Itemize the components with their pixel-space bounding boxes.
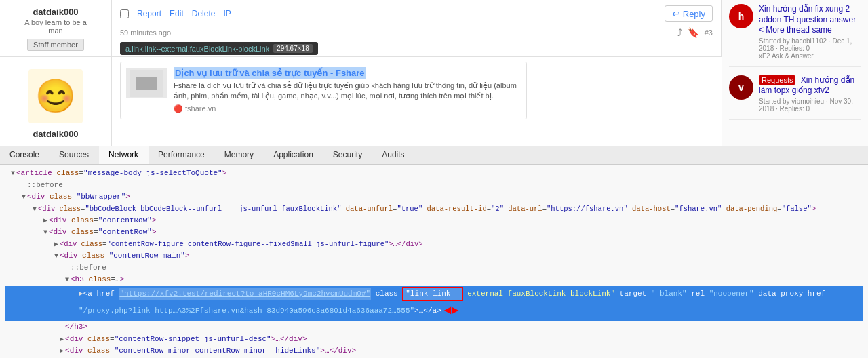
code-line-11: </h3> [5,321,863,334]
collapse-triangle-7[interactable]: ▼ [54,252,58,260]
requests-tag: Requests [759,75,795,85]
user-info-col: datdaik000 A boy learn to be a man Staff… [0,0,112,56]
tab-performance[interactable]: Performance [149,146,215,164]
code-line-5: ▶<div class="contentRow"> [5,215,863,227]
reply-button[interactable]: ↩ Reply [665,5,713,22]
collapse-triangle-11[interactable]: ▶ [60,347,64,355]
tab-network[interactable]: Network [99,146,149,164]
post-icon-bar: ⤴ 🔖 #3 [677,27,713,38]
sidebar-thread-meta-2: Started by vipmoihieu · Nov 30, 2018 · R… [759,98,861,113]
collapse-triangle-5[interactable]: ▼ [43,228,47,236]
user-info-col-2: 😊 datdaik000 [0,57,112,146]
post-content-area-2 [112,57,722,146]
code-line-2: ::before [5,180,863,192]
collapse-triangle-4[interactable]: ▶ [43,217,47,224]
sidebar-item-text-1: Xin hướng dẫn fix xung 2 addon TH questi… [759,4,861,60]
code-line-12: ▶<div class="contentRow-snippet js-unfur… [5,334,863,346]
devtools-html-inspector: ▼<article class="message-body js-selectT… [0,165,868,358]
edit-link[interactable]: Edit [170,9,184,18]
user-avatar-emoji: 😊 [28,69,83,123]
code-line-3: ▼<div class="bbWrapper"> [5,191,863,203]
username-2[interactable]: datdaik000 [33,129,78,139]
collapse-triangle[interactable]: ▼ [11,170,15,177]
ip-link[interactable]: IP [223,9,231,18]
tab-application[interactable]: Application [264,146,323,164]
post-meta: 59 minutes ago ⤴ 🔖 #3 [120,27,713,38]
tooltip-content: a.link.link--external.fauxBlockLink-bloc… [120,42,318,55]
user-description: A boy learn to be a man [24,18,87,35]
tab-security[interactable]: Security [323,146,372,164]
code-line-4: ▼<div class="bbCodeBlock bbCodeBlock--un… [5,203,863,215]
arrow-right-indicator: ► [452,301,459,321]
post-select-checkbox[interactable] [120,9,129,18]
tab-audits[interactable]: Audits [372,146,414,164]
collapse-triangle-6[interactable]: ▶ [54,241,58,248]
sidebar-avatar-1: h [729,4,753,28]
code-line-8: ▼<div class="contentRow-main"> [5,250,863,262]
code-line-10: ▼<h3 class=…> [5,274,863,286]
sidebar-thread-item-1[interactable]: h Xin hướng dẫn fix xung 2 addon TH ques… [729,4,861,67]
username[interactable]: datdaik000 [33,7,78,17]
highlighted-code-line[interactable]: ▶ <a href="https://xfv2.test/redirect?to… [5,286,863,321]
tab-memory[interactable]: Memory [215,146,264,164]
post-content-area: Report Edit Delete IP ↩ Reply 59 minutes… [112,0,722,56]
tooltip-selector: a.link.link--external.fauxBlockLink-bloc… [125,45,269,53]
code-line-13: ▶<div class="contentRow-minor contentRow… [5,345,863,357]
tab-sources[interactable]: Sources [50,146,99,164]
code-line-9: ::before [5,262,863,275]
sidebar-thread-title-2[interactable]: Requests Xin hướng dẫn làm topx giống xf… [759,75,861,96]
collapse-triangle-2[interactable]: ▼ [22,193,26,201]
staff-badge: Staff member [27,39,84,51]
report-link[interactable]: Report [137,9,161,18]
sidebar-avatar-2: v [729,75,753,100]
delete-link[interactable]: Delete [192,9,216,18]
reply-icon: ↩ [672,8,680,19]
collapse-triangle-8[interactable]: ▼ [65,276,69,283]
code-triangle-9[interactable]: ▶ [79,288,83,300]
code-line-6: ▼<div class="contentRow"> [5,226,863,239]
tooltip-dimensions: 294.67×18 [273,44,313,53]
bookmark-icon[interactable]: 🔖 [688,27,699,38]
sidebar-item-text-2: Requests Xin hướng dẫn làm topx giống xf… [759,75,861,113]
right-sidebar: h Xin hướng dẫn fix xung 2 addon TH ques… [722,0,868,146]
collapse-triangle-10[interactable]: ▶ [60,336,64,343]
sidebar-thread-meta-1: Started by hacobi1102 · Dec 1, 2018 · Re… [759,37,861,60]
collapse-triangle-3[interactable]: ▼ [33,205,37,213]
code-line-1: ▼<article class="message-body js-selectT… [5,167,863,180]
post-actions-bar: Report Edit Delete IP ↩ Reply [120,5,713,22]
element-tooltip: a.link.link--external.fauxBlockLink-bloc… [120,42,318,58]
devtools-tab-bar: Console Sources Network Performance Memo… [0,146,868,165]
code-line-7: ▶<div class="contentRow-figure contentRo… [5,239,863,250]
arrow-left-indicator: ◄ [444,301,452,321]
tab-console[interactable]: Console [0,146,50,164]
devtools-panel: Console Sources Network Performance Memo… [0,146,868,358]
sidebar-thread-item-2[interactable]: v Requests Xin hướng dẫn làm topx giống … [729,75,861,120]
share-icon[interactable]: ⤴ [677,27,682,38]
sidebar-thread-title-1[interactable]: Xin hướng dẫn fix xung 2 addon TH questi… [759,4,861,36]
